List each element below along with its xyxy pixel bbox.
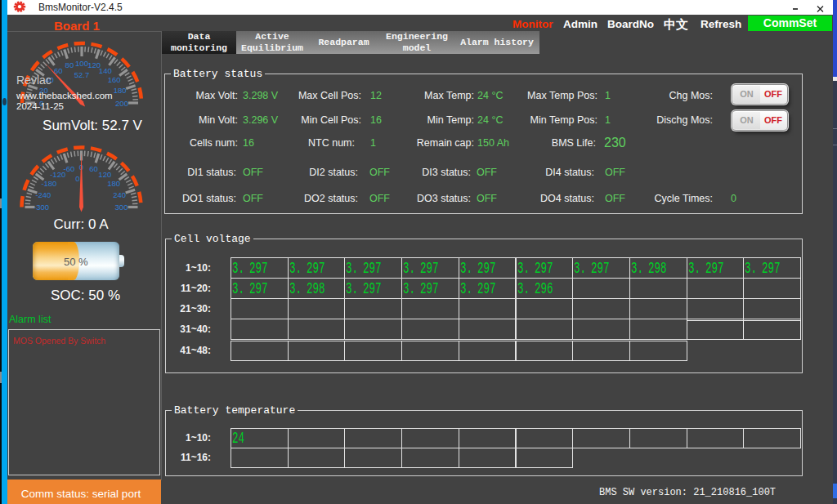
svg-text:-240: -240 [35,190,51,199]
svg-text:0: 0 [75,174,79,183]
svg-text:-60: -60 [64,164,75,173]
svg-text:180: 180 [114,86,127,95]
svg-text:80: 80 [65,60,74,69]
svg-text:180: 180 [107,179,120,188]
svg-text:300: 300 [115,203,128,212]
svg-text:100: 100 [75,59,88,68]
svg-text:-180: -180 [41,179,56,188]
svg-text:-300: -300 [34,203,49,212]
svg-text:120: 120 [98,170,111,179]
svg-text:60: 60 [89,164,98,173]
svg-text:52.7: 52.7 [74,70,90,79]
svg-text:200: 200 [115,99,128,108]
svg-text:140: 140 [99,66,112,75]
svg-text:240: 240 [113,190,126,199]
svg-text:160: 160 [108,75,121,84]
